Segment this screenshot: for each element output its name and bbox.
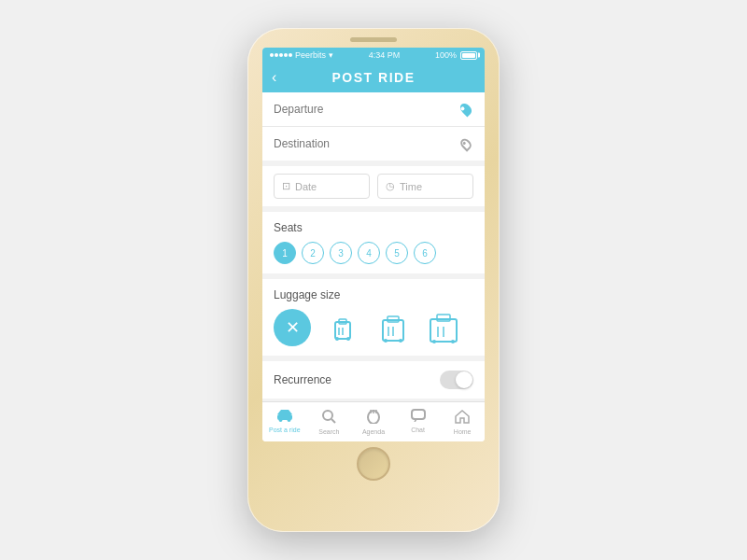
seat-button-1[interactable]: 1 (274, 242, 296, 264)
calendar-icon: ⊡ (282, 180, 290, 192)
luggage-small-button[interactable] (324, 309, 361, 346)
svg-point-10 (384, 339, 388, 343)
search-icon (321, 409, 336, 427)
toggle-knob (456, 371, 472, 388)
seat-button-4[interactable]: 4 (358, 242, 380, 264)
recurrence-toggle[interactable] (440, 371, 473, 389)
time-placeholder: Time (400, 181, 422, 192)
svg-point-11 (399, 339, 402, 343)
signal-dot (270, 53, 274, 57)
destination-input[interactable] (274, 137, 458, 150)
seat-button-3[interactable]: 3 (330, 242, 352, 264)
no-luggage-icon: ✕ (286, 317, 300, 338)
clock-icon: ◷ (386, 180, 395, 192)
nav-agenda[interactable]: Agenda (351, 406, 396, 438)
seats-section: Seats 1 2 3 4 5 6 (262, 212, 485, 273)
signal-dots (270, 53, 292, 57)
battery-fill (462, 53, 475, 58)
luggage-section: Luggage size ✕ (262, 279, 485, 356)
location-section (262, 92, 485, 161)
destination-row[interactable] (262, 127, 485, 161)
blue-pin (458, 102, 474, 118)
wifi-icon: ▾ (329, 50, 333, 60)
bottom-navigation: Post a ride Search Agend (262, 401, 485, 441)
chat-label: Chat (411, 427, 425, 433)
signal-dot (279, 53, 283, 57)
status-right: 100% (435, 50, 477, 60)
status-left: Peerbits ▾ (270, 50, 333, 60)
date-field[interactable]: ⊡ Date (274, 174, 370, 199)
phone-screen: Peerbits ▾ 4:34 PM 100% ‹ POST RIDE (262, 48, 485, 441)
home-icon (455, 409, 470, 427)
phone-speaker (350, 37, 397, 42)
nav-chat[interactable]: Chat (396, 406, 441, 438)
departure-input[interactable] (274, 103, 458, 116)
page-header: ‹ POST RIDE (262, 63, 485, 92)
signal-dot (284, 53, 288, 57)
svg-line-22 (331, 419, 335, 423)
back-button[interactable]: ‹ (272, 69, 276, 86)
svg-point-16 (432, 340, 436, 343)
large-bag-icon (427, 310, 460, 345)
luggage-row: ✕ (274, 309, 473, 346)
phone-frame: Peerbits ▾ 4:34 PM 100% ‹ POST RIDE (247, 28, 500, 532)
datetime-section: ⊡ Date ◷ Time (262, 166, 485, 206)
post-ride-label: Post a ride (269, 427, 300, 433)
destination-pin-icon (458, 136, 473, 151)
signal-dot (275, 53, 278, 57)
nav-home[interactable]: Home (440, 406, 485, 438)
page-title: POST RIDE (332, 70, 416, 85)
departure-row[interactable] (262, 92, 485, 127)
agenda-icon (367, 409, 380, 427)
time-field[interactable]: ◷ Time (377, 174, 473, 199)
departure-pin-icon (458, 102, 473, 117)
nav-post-ride[interactable]: Post a ride (262, 406, 307, 438)
carrier-name: Peerbits (295, 50, 326, 60)
svg-point-20 (287, 418, 290, 422)
recurrence-section: Recurrence (262, 361, 485, 399)
search-label: Search (318, 428, 339, 435)
seat-button-5[interactable]: 5 (386, 242, 408, 264)
post-ride-icon (276, 409, 293, 426)
recurrence-label: Recurrence (274, 373, 331, 386)
luggage-label: Luggage size (274, 288, 473, 301)
luggage-none-button[interactable]: ✕ (274, 309, 311, 346)
seat-button-2[interactable]: 2 (302, 242, 324, 264)
luggage-large-button[interactable] (425, 309, 462, 346)
nav-search[interactable]: Search (307, 406, 352, 438)
svg-point-21 (323, 411, 332, 420)
svg-point-4 (335, 337, 339, 341)
svg-point-19 (278, 418, 282, 422)
signal-dot (289, 53, 292, 57)
seats-label: Seats (274, 221, 473, 234)
svg-point-5 (346, 337, 350, 341)
seats-row: 1 2 3 4 5 6 (274, 242, 473, 264)
battery-percent: 100% (435, 50, 457, 60)
luggage-medium-button[interactable] (374, 309, 412, 346)
form-area: ⊡ Date ◷ Time Seats 1 2 3 4 5 6 (262, 92, 485, 401)
gray-pin (458, 136, 473, 151)
small-bag-icon (330, 313, 356, 343)
status-bar: Peerbits ▾ 4:34 PM 100% (262, 48, 485, 63)
status-time: 4:34 PM (369, 50, 401, 60)
battery-icon (460, 51, 477, 60)
home-button[interactable] (357, 447, 390, 481)
chat-icon (411, 409, 426, 426)
medium-bag-icon (378, 311, 408, 344)
date-placeholder: Date (295, 181, 317, 192)
svg-point-17 (451, 340, 455, 343)
seat-button-6[interactable]: 6 (414, 242, 436, 264)
svg-rect-24 (412, 410, 425, 419)
agenda-label: Agenda (362, 428, 385, 435)
home-label: Home (454, 428, 472, 435)
